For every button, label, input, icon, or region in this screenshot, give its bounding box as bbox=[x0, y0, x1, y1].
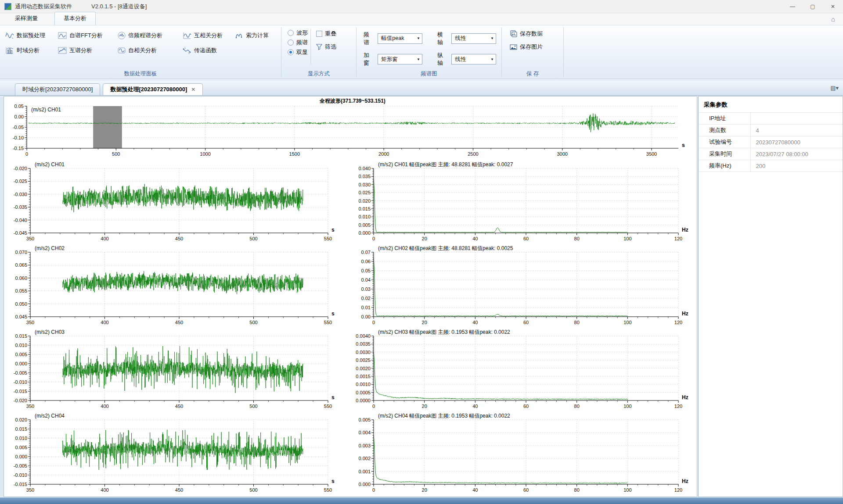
svg-text:80: 80 bbox=[574, 487, 580, 493]
svg-text:0.015: 0.015 bbox=[15, 333, 27, 339]
svg-text:500: 500 bbox=[112, 151, 120, 157]
save-image-button[interactable]: 保存图片 bbox=[510, 43, 556, 51]
group-label-data-processing: 数据处理面板 bbox=[0, 68, 281, 79]
svg-text:(m/s2) CH01: (m/s2) CH01 bbox=[31, 107, 61, 113]
svg-text:0: 0 bbox=[372, 236, 375, 241]
home-icon[interactable]: ⌂ bbox=[831, 15, 835, 23]
chart-spectrum-ch02[interactable]: 0204060801001200.000.010.020.030.040.050… bbox=[346, 245, 694, 328]
svg-text:-0.015: -0.015 bbox=[14, 389, 27, 394]
maximize-icon[interactable]: ▢ bbox=[803, 0, 823, 13]
params-title: 采集参数 bbox=[699, 97, 843, 112]
window-title: 通用动态数据采集软件 bbox=[15, 3, 72, 11]
svg-text:-0.045: -0.045 bbox=[14, 230, 27, 236]
svg-text:Hz: Hz bbox=[682, 311, 688, 317]
svg-text:0.0025: 0.0025 bbox=[356, 357, 371, 363]
chart-time-ch01[interactable]: 350400450500550-0.045-0.040-0.035-0.030-… bbox=[5, 161, 344, 244]
svg-text:60: 60 bbox=[523, 320, 529, 325]
svg-text:40: 40 bbox=[472, 320, 478, 325]
svg-text:80: 80 bbox=[574, 236, 580, 241]
svg-text:s: s bbox=[331, 394, 335, 400]
save-data-button[interactable]: 保存数据 bbox=[510, 30, 556, 38]
y-axis-scale-select[interactable]: 线性▼ bbox=[451, 54, 496, 64]
svg-text:120: 120 bbox=[674, 236, 682, 241]
cable-force-icon bbox=[235, 32, 243, 39]
svg-text:100: 100 bbox=[623, 320, 631, 325]
x-axis-scale-select[interactable]: 线性▼ bbox=[451, 33, 496, 44]
cross-spectrum-button[interactable]: 互谱分析 bbox=[58, 46, 114, 54]
preprocess-button[interactable]: 数据预处理 bbox=[5, 32, 54, 39]
chart-spectrum-ch04[interactable]: 0204060801001200.0000.0010.0020.0030.004… bbox=[346, 413, 694, 496]
radio-waveform-icon bbox=[288, 30, 294, 36]
group-display-mode: 波形 频谱 双显 重叠 筛选 显示方式 bbox=[281, 25, 356, 79]
chart-overview-waveform[interactable]: 0500100015002000250030003500-0.15-0.10-0… bbox=[5, 97, 695, 160]
octave-icon bbox=[118, 32, 126, 39]
chart-time-ch04[interactable]: 350400450500550-0.015-0.010-0.0050.0000.… bbox=[5, 413, 344, 496]
radio-spectrum-icon bbox=[288, 39, 294, 46]
svg-text:0.06: 0.06 bbox=[361, 259, 371, 264]
octave-spectrum-button[interactable]: 倍频程谱分析 bbox=[118, 32, 179, 39]
svg-text:0.000: 0.000 bbox=[358, 482, 371, 487]
svg-text:0.07: 0.07 bbox=[361, 250, 371, 255]
svg-text:350: 350 bbox=[26, 320, 34, 325]
chart-spectrum-ch01[interactable]: 0204060801001200.0000.0050.0100.0150.020… bbox=[346, 161, 694, 244]
svg-text:0.010: 0.010 bbox=[15, 436, 27, 441]
cable-force-button[interactable]: 索力计算 bbox=[235, 32, 279, 39]
chart-time-ch02[interactable]: 3504004505005500.0450.0500.0550.0600.065… bbox=[5, 245, 344, 328]
svg-text:350: 350 bbox=[26, 404, 34, 409]
spectrum-type-select[interactable]: 幅值peak▼ bbox=[378, 33, 422, 44]
transfer-function-button[interactable]: 15 传递函数 bbox=[183, 46, 232, 54]
svg-text:0.05: 0.05 bbox=[361, 268, 371, 273]
svg-text:0.04: 0.04 bbox=[361, 277, 371, 282]
table-row: 测点数4 bbox=[699, 125, 843, 136]
svg-text:s: s bbox=[331, 227, 335, 233]
doc-tab-time-analysis[interactable]: 时域分析[20230727080000] bbox=[15, 83, 100, 95]
svg-text:450: 450 bbox=[175, 236, 183, 241]
group-label-spectrum: 频谱图 bbox=[357, 68, 501, 79]
window-function-select[interactable]: 矩形窗▼ bbox=[378, 54, 422, 64]
svg-text:20: 20 bbox=[422, 487, 427, 493]
minimize-icon[interactable]: — bbox=[782, 0, 803, 13]
radio-waveform[interactable]: 波形 bbox=[288, 29, 308, 37]
svg-text:0.010: 0.010 bbox=[15, 343, 27, 348]
wave-preprocess-icon bbox=[5, 32, 14, 39]
chart-time-ch03[interactable]: 350400450500550-0.020-0.015-0.010-0.0050… bbox=[5, 329, 344, 412]
overlay-checkbox[interactable]: 重叠 bbox=[316, 30, 336, 38]
svg-text:0.01: 0.01 bbox=[361, 305, 371, 310]
cross-correlation-button[interactable]: 互相关分析 bbox=[183, 32, 232, 39]
svg-text:80: 80 bbox=[574, 320, 580, 325]
svg-text:0: 0 bbox=[25, 151, 28, 157]
radio-spectrum[interactable]: 频谱 bbox=[288, 39, 308, 46]
svg-text:120: 120 bbox=[674, 320, 682, 325]
svg-text:100: 100 bbox=[623, 487, 631, 493]
svg-text:350: 350 bbox=[26, 236, 34, 241]
svg-text:-0.005: -0.005 bbox=[14, 463, 27, 468]
svg-text:Hz: Hz bbox=[682, 394, 688, 400]
autocorrelation-button[interactable]: 自相关分析 bbox=[118, 46, 179, 54]
overlay-checkbox-icon bbox=[316, 31, 322, 37]
close-tab-icon[interactable]: ✕ bbox=[191, 86, 195, 93]
chart-panel: 0500100015002000250030003500-0.15-0.10-0… bbox=[4, 96, 697, 497]
svg-text:全程波形(371.739~533.151): 全程波形(371.739~533.151) bbox=[319, 98, 385, 104]
time-domain-button[interactable]: 时域分析 bbox=[5, 46, 54, 54]
close-icon[interactable]: ✕ bbox=[823, 0, 843, 13]
tab-basic-analysis[interactable]: 基本分析 bbox=[54, 12, 96, 25]
radio-dual-display[interactable]: 双显 bbox=[288, 48, 308, 56]
filter-button[interactable]: 筛选 bbox=[316, 43, 336, 51]
svg-text:0.005: 0.005 bbox=[15, 445, 27, 450]
x-axis-scale-field: 横轴 线性▼ bbox=[437, 30, 496, 47]
svg-text:20: 20 bbox=[422, 236, 427, 241]
doc-tab-preprocess[interactable]: 数据预处理[20230727080000]✕ bbox=[103, 83, 203, 95]
tab-sampling[interactable]: 采样测量 bbox=[6, 12, 47, 25]
auto-spectrum-fft-button[interactable]: 自谱FFT分析 bbox=[58, 32, 114, 39]
document-tabbar: 时域分析[20230727080000] 数据预处理[2023072708000… bbox=[0, 81, 843, 96]
tab-list-menu-icon[interactable]: ▤▾ bbox=[830, 85, 839, 91]
svg-text:0.001: 0.001 bbox=[358, 469, 371, 474]
svg-text:80: 80 bbox=[574, 404, 580, 409]
svg-text:0.03: 0.03 bbox=[361, 286, 371, 292]
svg-text:0.015: 0.015 bbox=[358, 206, 371, 211]
svg-text:0.0000: 0.0000 bbox=[356, 398, 371, 403]
svg-text:0.035: 0.035 bbox=[358, 174, 371, 179]
svg-text:1: 1 bbox=[184, 47, 186, 49]
y-axis-scale-field: 纵轴 线性▼ bbox=[437, 51, 496, 68]
chart-spectrum-ch03[interactable]: 0204060801001200.00000.00050.00100.00150… bbox=[346, 329, 694, 412]
